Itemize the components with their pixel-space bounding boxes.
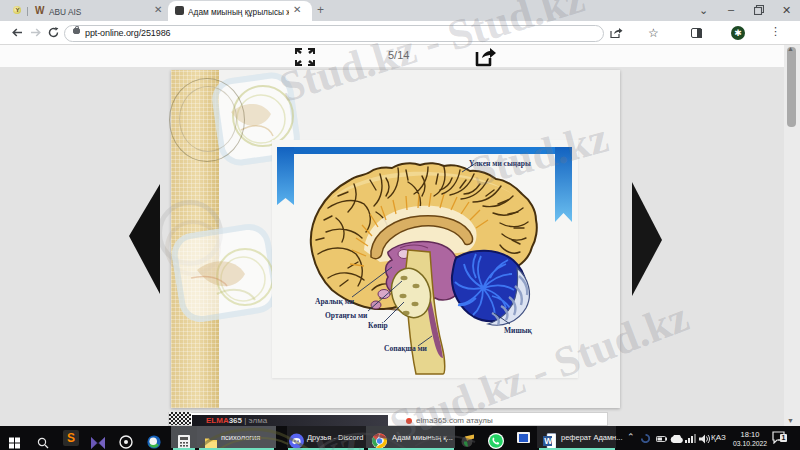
svg-text:Үлкен ми сыңары: Үлкен ми сыңары [469,159,531,168]
svg-text:Аралық ми: Аралық ми [315,297,355,306]
svg-text:Сопақша ми: Сопақша ми [384,344,428,353]
svg-text:Мишық: Мишық [504,326,533,335]
svg-text:Ортаңғы ми: Ортаңғы ми [325,311,368,320]
svg-text:Көпір: Көпір [368,321,388,330]
svg-text:W: W [544,436,553,446]
